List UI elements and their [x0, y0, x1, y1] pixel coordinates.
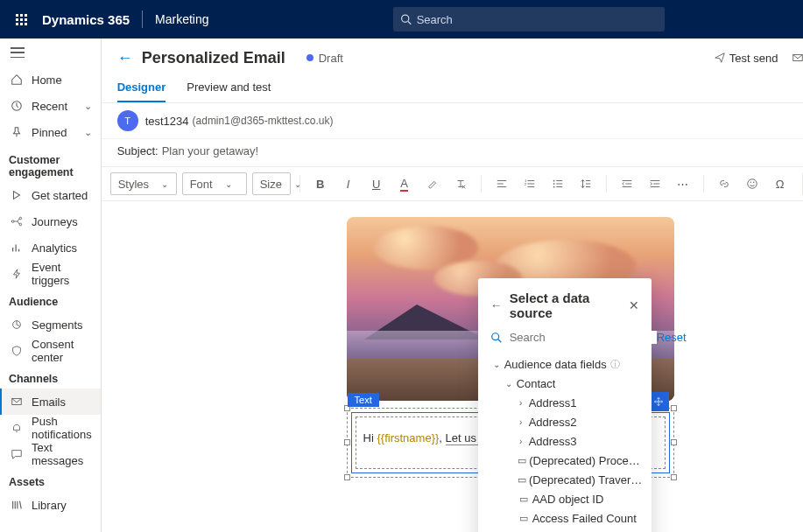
info-icon[interactable]: ⓘ: [610, 358, 620, 371]
tree-node-address1[interactable]: ›Address1: [490, 393, 643, 412]
bullet-list-button[interactable]: [546, 172, 569, 195]
sidebar-item-pinned[interactable]: Pinned ⌄: [0, 119, 101, 145]
status-badge: Draft: [319, 52, 343, 65]
link-button[interactable]: [713, 172, 736, 195]
align-left-button[interactable]: [490, 172, 513, 195]
tree-node-contact[interactable]: ⌄Contact: [490, 374, 643, 393]
svg-line-1: [408, 21, 411, 24]
app-name[interactable]: Marketing: [155, 12, 208, 26]
svg-point-14: [747, 179, 757, 189]
sidebar-item-event-triggers[interactable]: Event triggers: [0, 261, 101, 287]
svg-point-0: [401, 15, 408, 22]
more-button[interactable]: ⋯: [672, 172, 694, 195]
text-line1-pre: Hi: [363, 431, 377, 444]
nav-group-customer-engagement: Customer engagement: [0, 145, 101, 182]
underline-button[interactable]: U: [365, 172, 388, 195]
app-launcher-icon[interactable]: [7, 5, 35, 33]
tab-preview[interactable]: Preview and test: [187, 77, 271, 102]
personalization-token[interactable]: {{firstname}}: [377, 431, 439, 444]
tree-field[interactable]: ▭Access Failed Count: [490, 508, 643, 528]
clear-format-button[interactable]: [449, 172, 472, 195]
page-title: Personalized Email: [142, 49, 285, 67]
chevron-right-icon: ›: [515, 417, 527, 427]
test-send-button[interactable]: Test send: [714, 52, 778, 65]
search-icon: [400, 13, 412, 25]
shield-icon: [9, 345, 25, 357]
sidebar-item-library[interactable]: Library: [0, 492, 101, 518]
svg-point-11: [553, 180, 554, 182]
pin-icon: [9, 126, 25, 138]
check-content-button[interactable]: Check content: [792, 52, 803, 65]
sidebar-item-journeys[interactable]: Journeys: [0, 208, 101, 234]
tree-field[interactable]: ▭(Deprecated) Process Stage: [490, 451, 643, 470]
library-icon: [9, 499, 25, 511]
tree-node-address3[interactable]: ›Address3: [490, 431, 643, 451]
subject-value: Plan your getaway!: [162, 144, 259, 158]
sidebar-item-analytics[interactable]: Analytics: [0, 234, 101, 261]
popup-search-input[interactable]: [510, 331, 657, 344]
svg-point-12: [553, 183, 554, 185]
indent-decrease-button[interactable]: [616, 172, 638, 195]
sidebar-item-push-notifications[interactable]: Push notifications: [0, 415, 101, 441]
send-icon: [714, 52, 726, 64]
chat-icon: [9, 448, 25, 460]
svg-point-5: [19, 223, 22, 226]
play-icon: [9, 189, 25, 201]
bold-button[interactable]: B: [309, 172, 332, 195]
email-canvas[interactable]: Text Hi {{firstname}}, Let us help you p…: [102, 201, 803, 532]
from-name: test1234: [145, 115, 189, 128]
tree-field[interactable]: ▭(Deprecated) Traversed Path: [490, 470, 643, 489]
tree-field[interactable]: ▭Account: [490, 528, 643, 532]
styles-dropdown[interactable]: Styles⌄: [110, 172, 177, 195]
sidebar-item-recent[interactable]: Recent ⌄: [0, 93, 101, 119]
popup-back-icon[interactable]: ←: [490, 298, 503, 312]
subject-row[interactable]: Subject: Plan your getaway!: [102, 139, 803, 167]
tree-field[interactable]: ▭AAD object ID: [490, 489, 643, 508]
text-field-icon: ▭: [517, 513, 531, 524]
topbar: Dynamics 365 Marketing: [0, 0, 803, 38]
search-icon: [490, 332, 503, 344]
chevron-down-icon: ⌄: [84, 101, 92, 112]
font-dropdown[interactable]: Font⌄: [182, 172, 247, 195]
data-source-popup: ← Select a data source ✕ Reset ⌄Audience…: [478, 278, 652, 532]
svg-point-16: [753, 182, 754, 183]
sidebar: Home Recent ⌄ Pinned ⌄ Customer engageme…: [0, 38, 102, 532]
block-type-tag: Text: [348, 393, 379, 407]
chevron-down-icon: ⌄: [490, 360, 503, 369]
font-color-button[interactable]: A: [393, 172, 416, 195]
sidebar-item-segments[interactable]: Segments: [0, 312, 101, 338]
indent-increase-button[interactable]: [644, 172, 666, 195]
tab-designer[interactable]: Designer: [117, 77, 166, 102]
page-header: ← Personalized Email Draft Test send Che…: [102, 38, 803, 77]
nav-group-channels: Channels: [0, 364, 101, 388]
svg-line-20: [497, 339, 501, 342]
close-icon[interactable]: ✕: [629, 298, 639, 312]
sidebar-item-emails[interactable]: Emails: [0, 388, 101, 415]
chevron-right-icon: ›: [515, 437, 527, 446]
sidebar-item-consent-center[interactable]: Consent center: [0, 338, 101, 364]
sidebar-item-text-messages[interactable]: Text messages: [0, 441, 101, 467]
line-height-button[interactable]: [574, 172, 597, 195]
search-input[interactable]: [417, 13, 658, 26]
emoji-button[interactable]: [741, 172, 764, 195]
journey-icon: [9, 215, 25, 228]
italic-button[interactable]: I: [337, 172, 360, 195]
tree-node-address2[interactable]: ›Address2: [490, 412, 643, 431]
popup-title: Select a data source: [510, 290, 629, 320]
sidebar-item-get-started[interactable]: Get started: [0, 182, 101, 208]
sidebar-item-home[interactable]: Home: [0, 66, 101, 93]
hamburger-icon[interactable]: [11, 47, 25, 58]
svg-point-15: [750, 182, 750, 183]
segment-icon: [9, 318, 25, 331]
reset-link[interactable]: Reset: [657, 331, 687, 344]
tree-group-audience[interactable]: ⌄Audience data fieldsⓘ: [490, 354, 643, 374]
global-search[interactable]: [393, 7, 665, 32]
chart-icon: [9, 242, 25, 254]
svg-point-3: [11, 220, 14, 223]
highlight-button[interactable]: [421, 172, 444, 195]
nav-group-audience: Audience: [0, 287, 101, 312]
special-char-button[interactable]: Ω: [769, 172, 792, 195]
ordered-list-button[interactable]: 12: [518, 172, 541, 195]
back-icon[interactable]: ←: [117, 49, 133, 67]
size-dropdown[interactable]: Size⌄: [252, 172, 291, 195]
